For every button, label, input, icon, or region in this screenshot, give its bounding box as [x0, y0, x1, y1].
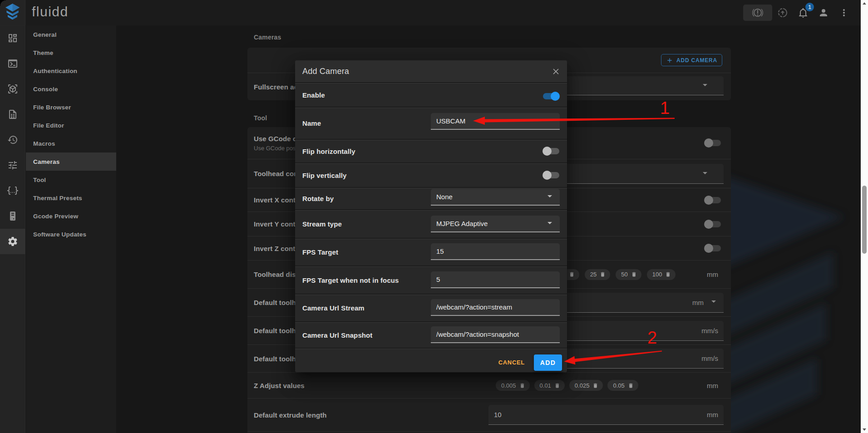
rail-item-dashboard[interactable]	[0, 25, 25, 51]
fluidd-logo-icon	[5, 4, 20, 21]
dialog-row-label: Name	[302, 119, 321, 127]
rotate-by-select[interactable]: None	[431, 189, 560, 206]
nav-item-tool[interactable]: Tool	[26, 171, 116, 189]
field-value: 10	[488, 411, 502, 418]
dashboard-icon	[7, 33, 18, 44]
nav-item-general[interactable]: General	[26, 25, 116, 44]
cube-scan-icon	[7, 84, 18, 94]
unit-label: mm/s	[701, 327, 724, 335]
z-adjust-chip[interactable]: 0.005	[496, 380, 530, 391]
nav-item-theme[interactable]: Theme	[26, 44, 116, 62]
dialog-row-label: Rotate by	[302, 195, 334, 202]
field-value: /webcam/?action=snapshot	[431, 330, 519, 338]
scroll-up-arrow[interactable]	[861, 0, 868, 7]
invert-y-toggle[interactable]	[704, 220, 721, 229]
fps-target-row: FPS Target 15	[295, 238, 567, 266]
pending-updates-button[interactable]	[772, 2, 793, 24]
distance-chip[interactable]: 25	[585, 269, 610, 280]
delete-icon[interactable]	[554, 383, 560, 389]
z-adjust-chip[interactable]: 0.025	[569, 380, 603, 391]
cancel-button[interactable]: CANCEL	[497, 359, 527, 366]
delete-icon[interactable]	[665, 271, 671, 277]
delete-icon[interactable]	[628, 383, 634, 389]
delete-icon[interactable]	[600, 271, 606, 277]
delete-icon[interactable]	[631, 271, 637, 277]
chevron-down-icon	[700, 167, 716, 180]
dialog-row-label: Flip horizontally	[302, 148, 355, 155]
row-label: Z Adjust values	[254, 382, 305, 389]
nav-item-file-browser[interactable]: File Browser	[26, 98, 116, 116]
scroll-down-arrow[interactable]	[861, 426, 868, 433]
fps-target-input[interactable]: 15	[431, 243, 560, 260]
camera-url-snapshot-row: Camera Url Snapshot /webcam/?action=snap…	[295, 321, 567, 348]
distance-chip[interactable]: 100	[647, 269, 676, 280]
browser-scrollbar[interactable]	[861, 0, 868, 433]
use-gcode-coordinates-toggle[interactable]	[704, 138, 721, 148]
dialog-row-label: Enable	[302, 91, 325, 99]
name-input[interactable]: USBCAM	[431, 113, 560, 130]
distance-chip[interactable]: 50	[616, 269, 641, 280]
tune-icon	[7, 160, 18, 171]
progress-upload-icon	[777, 7, 788, 18]
chevron-down-icon	[544, 191, 555, 203]
console-icon	[7, 58, 18, 69]
rail-item-gcode-preview[interactable]	[0, 76, 25, 102]
window-corner	[0, 0, 6, 6]
unit-label: mm	[707, 411, 724, 418]
history-icon	[7, 134, 18, 145]
enable-row: Enable	[295, 82, 567, 107]
nav-item-gcode-preview[interactable]: Gcode Preview	[26, 207, 116, 225]
z-adjust-chip[interactable]: 0.05	[607, 380, 638, 391]
dialog-footer: CANCEL ADD	[295, 348, 567, 372]
delete-icon[interactable]	[592, 383, 598, 389]
nav-item-authentication[interactable]: Authentication	[26, 62, 116, 80]
notifications-button[interactable]: 1	[793, 2, 813, 24]
delete-icon[interactable]	[569, 271, 575, 277]
nav-item-software-updates[interactable]: Software Updates	[26, 225, 116, 243]
z-adjust-chip[interactable]: 0.01	[534, 380, 565, 391]
scrollbar-thumb[interactable]	[862, 186, 867, 254]
app-bar: fluidd 1	[0, 0, 861, 25]
nav-item-cameras[interactable]: Cameras	[26, 153, 116, 171]
rail-item-tune[interactable]	[0, 153, 25, 178]
nav-item-console[interactable]: Console	[26, 80, 116, 98]
delete-icon[interactable]	[519, 383, 525, 389]
rail-item-jobs[interactable]	[0, 102, 25, 127]
invert-z-toggle[interactable]	[704, 244, 721, 253]
nav-item-macros[interactable]: Macros	[26, 134, 116, 153]
rail-item-settings[interactable]	[0, 229, 25, 254]
add-camera-dialog: Add Camera Enable Name USBCAM Flip horiz…	[295, 60, 567, 372]
dialog-header: Add Camera	[295, 60, 567, 82]
fps-target-not-in-focus-input[interactable]: 5	[431, 271, 560, 288]
rail-item-system[interactable]	[0, 203, 25, 229]
fluidd-app: Cameras ADD CAMERA Fullscreen action	[0, 0, 868, 433]
emergency-stop-button[interactable]	[743, 5, 772, 21]
nav-item-file-editor[interactable]: File Editor	[26, 116, 116, 134]
user-button[interactable]	[813, 2, 833, 24]
nav-item-thermal-presets[interactable]: Thermal Presets	[26, 189, 116, 207]
dots-vertical-icon	[838, 7, 849, 18]
close-button[interactable]	[550, 66, 561, 77]
default-extrude-length-input[interactable]: 10 mm	[488, 405, 724, 425]
field-value: 5	[431, 276, 440, 283]
rail-item-configure[interactable]	[0, 178, 25, 203]
field-value: MJPEG Adaptive	[431, 220, 488, 227]
rail-item-history[interactable]	[0, 127, 25, 153]
flip-vertically-row: Flip vertically	[295, 162, 567, 187]
flip-horizontally-toggle[interactable]	[542, 147, 560, 156]
enable-toggle[interactable]	[542, 92, 560, 101]
camera-url-snapshot-input[interactable]: /webcam/?action=snapshot	[431, 326, 560, 343]
camera-url-stream-input[interactable]: /webcam/?action=stream	[431, 299, 560, 316]
dialog-title: Add Camera	[302, 67, 349, 76]
flip-vertically-toggle[interactable]	[542, 171, 560, 180]
rail-item-console[interactable]	[0, 51, 25, 76]
app-title: fluidd	[32, 4, 69, 20]
field-value: USBCAM	[431, 117, 465, 125]
dialog-row-label: FPS Target	[302, 248, 338, 256]
overflow-menu-button[interactable]	[833, 2, 854, 24]
stream-type-select[interactable]: MJPEG Adaptive	[431, 216, 560, 232]
invert-x-toggle[interactable]	[704, 196, 721, 205]
unit-label: mm	[707, 271, 724, 278]
add-camera-button[interactable]: ADD CAMERA	[661, 54, 722, 66]
add-button[interactable]: ADD	[534, 354, 562, 371]
